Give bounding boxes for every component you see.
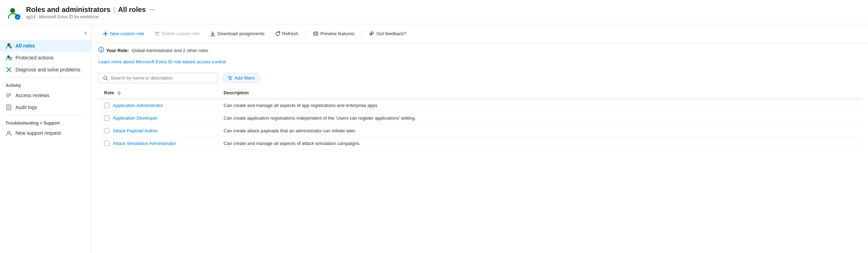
col-role-label: Role [104, 90, 114, 95]
role-name-0[interactable]: Application Administrator [113, 103, 163, 108]
new-custom-role-label: New custom role [110, 31, 144, 36]
table-row: Attack Payload Author Can create attack … [98, 124, 861, 137]
learn-more-link[interactable]: Learn more about Microsoft Entra ID role… [98, 59, 226, 64]
diagnose-icon [6, 67, 12, 73]
plus-icon [103, 31, 108, 36]
svg-text:✓: ✓ [16, 15, 19, 19]
role-checkbox-1[interactable] [104, 115, 109, 121]
preview-icon [313, 31, 318, 36]
more-menu-btn[interactable]: ··· [150, 7, 155, 13]
search-icon [103, 76, 108, 81]
refresh-label: Refresh [282, 31, 298, 36]
sidebar-item-diagnose[interactable]: Diagnose and solve problems [0, 64, 91, 76]
role-description-3: Can create and manage all aspects of att… [218, 137, 861, 150]
title-separator: | [113, 6, 115, 14]
role-name-2[interactable]: Attack Payload Author [113, 128, 158, 133]
role-cell-3: Attack Simulation Administrator [98, 137, 218, 150]
sidebar-item-audit-logs[interactable]: Audit logs [0, 101, 91, 113]
sidebar-item-new-support-label: New support request [15, 130, 61, 136]
sidebar-item-access-reviews[interactable]: Access reviews [0, 89, 91, 101]
role-cell-2: Attack Payload Author [98, 124, 218, 137]
all-roles-icon: ✓ [6, 43, 12, 49]
header-subtitle: qg14 - Microsoft Entra ID for workforce [26, 14, 155, 19]
download-icon [210, 31, 215, 36]
learn-more-area: Learn more about Microsoft Entra ID role… [91, 57, 868, 69]
preview-features-button[interactable]: Preview features [309, 29, 359, 39]
svg-point-15 [8, 131, 10, 134]
role-name-1[interactable]: Application Developer [113, 115, 157, 121]
role-description-0: Can create and manage all aspects of app… [218, 99, 861, 112]
delete-custom-role-button[interactable]: Delete custom role [150, 29, 204, 39]
svg-point-0 [10, 8, 15, 13]
trash-icon [155, 31, 160, 36]
roles-table-container: Role Description [91, 87, 868, 150]
sidebar-item-diagnose-label: Diagnose and solve problems [15, 67, 80, 72]
download-assignments-label: Download assignments [217, 31, 264, 36]
title-page: All roles [118, 6, 146, 14]
role-description-2: Can create attack payloads that an admin… [218, 124, 861, 137]
feedback-icon [369, 31, 374, 36]
content-area: New custom role Delete custom role [91, 24, 868, 253]
access-reviews-icon [6, 92, 12, 99]
sidebar-item-new-support[interactable]: New support request [0, 127, 91, 139]
roles-tbody: Application Administrator Can create and… [98, 99, 861, 150]
svg-point-30 [371, 34, 371, 34]
sidebar-collapse-btn[interactable]: « [83, 29, 88, 37]
support-icon [6, 130, 12, 136]
svg-rect-18 [156, 33, 159, 36]
search-input[interactable] [111, 75, 213, 81]
sort-icon[interactable] [117, 91, 122, 96]
roles-table: Role Description [98, 87, 861, 150]
role-checkbox-3[interactable] [104, 141, 109, 146]
protected-actions-icon [6, 55, 12, 61]
sidebar-item-protected-actions-label: Protected actions [15, 55, 53, 61]
svg-text:✓: ✓ [10, 46, 11, 49]
role-checkbox-0[interactable] [104, 103, 109, 108]
col-description-header: Description [218, 87, 861, 99]
got-feedback-label: Got feedback? [377, 31, 406, 36]
add-filters-label: Add filters [234, 75, 255, 81]
sidebar-item-protected-actions[interactable]: Protected actions [0, 52, 91, 64]
sidebar-item-all-roles[interactable]: ✓ All roles [0, 40, 91, 52]
search-box [98, 73, 218, 83]
role-description-1: Can create application registrations ind… [218, 112, 861, 124]
troubleshooting-section-label: Troubleshooting + Support [0, 116, 91, 127]
role-cell-0: Application Administrator [98, 99, 218, 112]
title-text: Roles and administrators [26, 6, 110, 14]
toolbar: New custom role Delete custom role [91, 24, 868, 43]
role-checkbox-2[interactable] [104, 128, 109, 133]
header-icon: ✓ [7, 6, 21, 20]
table-header-row: Role Description [98, 87, 861, 99]
table-row: Application Administrator Can create and… [98, 99, 861, 112]
main-container: « ✓ All roles [0, 24, 868, 253]
svg-line-35 [107, 79, 108, 80]
role-name-3[interactable]: Attack Simulation Administrator [113, 141, 176, 146]
sidebar-item-all-roles-label: All roles [15, 43, 35, 49]
sidebar-item-access-reviews-label: Access reviews [15, 93, 49, 98]
got-feedback-button[interactable]: Got feedback? [365, 29, 411, 39]
download-assignments-button[interactable]: Download assignments [206, 29, 269, 39]
sidebar: « ✓ All roles [0, 24, 91, 253]
filter-icon [227, 76, 232, 81]
info-icon [98, 47, 104, 54]
refresh-icon [275, 31, 280, 36]
sidebar-collapse-area: « [0, 27, 91, 40]
new-custom-role-button[interactable]: New custom role [98, 29, 149, 39]
activity-section-label: Activity [0, 79, 91, 89]
page-title: Roles and administrators | All roles ··· [26, 6, 155, 14]
info-label-value: Global Administrator and 2 other roles [131, 48, 208, 53]
troubleshooting-divider [6, 115, 85, 115]
info-label: Your Role: Global Administrator and 2 ot… [106, 48, 208, 53]
delete-custom-role-label: Delete custom role [162, 31, 200, 36]
info-label-prefix: Your Role: [106, 48, 129, 53]
add-filters-button[interactable]: Add filters [222, 73, 260, 83]
toolbar-sep-1 [306, 30, 306, 38]
col-description-label: Description [224, 90, 249, 95]
audit-logs-icon [6, 104, 12, 110]
table-row: Application Developer Can create applica… [98, 112, 861, 124]
refresh-button[interactable]: Refresh [271, 29, 303, 39]
sidebar-item-audit-logs-label: Audit logs [15, 105, 37, 110]
svg-point-3 [7, 43, 10, 46]
preview-features-label: Preview features [320, 31, 354, 36]
page-header: ✓ Roles and administrators | All roles ·… [0, 0, 868, 24]
